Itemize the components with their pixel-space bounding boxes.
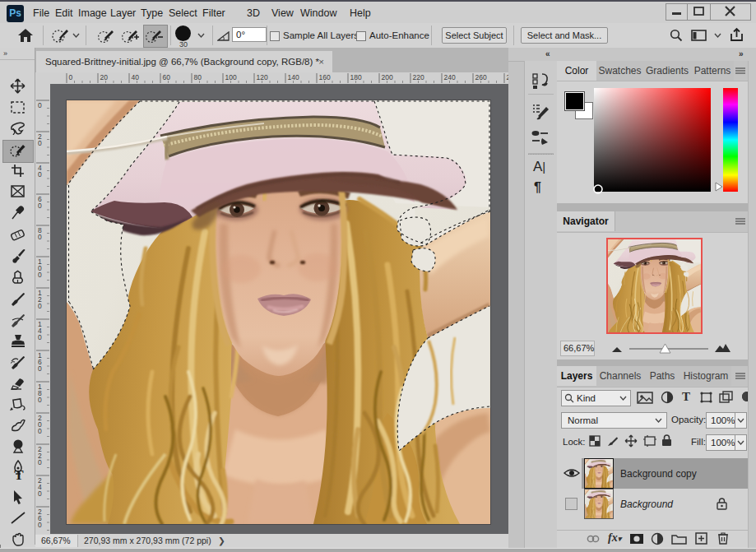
svg-text:0: 0 [38,233,42,241]
svg-text:100: 100 [225,73,237,81]
svg-text:180: 180 [350,73,362,81]
svg-text:0: 0 [38,101,42,109]
svg-text:0: 0 [38,271,42,279]
svg-text:200: 200 [382,73,393,81]
svg-text:160: 160 [319,73,331,81]
svg-text:0: 0 [38,170,42,179]
svg-text:220: 220 [413,73,424,81]
svg-text:0: 0 [69,73,73,81]
svg-text:0: 0 [38,396,42,404]
svg-text:240: 240 [444,73,456,81]
svg-text:0: 0 [38,458,42,466]
svg-text:0: 0 [38,139,42,147]
svg-text:20: 20 [100,73,109,81]
svg-text:0: 0 [38,202,42,210]
svg-text:40: 40 [132,73,140,81]
svg-text:0: 0 [38,427,42,435]
svg-text:0: 0 [38,521,42,529]
svg-text:0: 0 [38,364,42,373]
svg-text:60: 60 [163,73,171,81]
svg-text:0: 0 [38,302,42,310]
svg-text:0: 0 [38,333,42,341]
svg-text:140: 140 [288,73,299,81]
svg-text:80: 80 [194,73,202,81]
svg-text:260: 260 [475,73,487,81]
svg-text:120: 120 [257,73,268,81]
svg-text:0: 0 [38,489,42,498]
